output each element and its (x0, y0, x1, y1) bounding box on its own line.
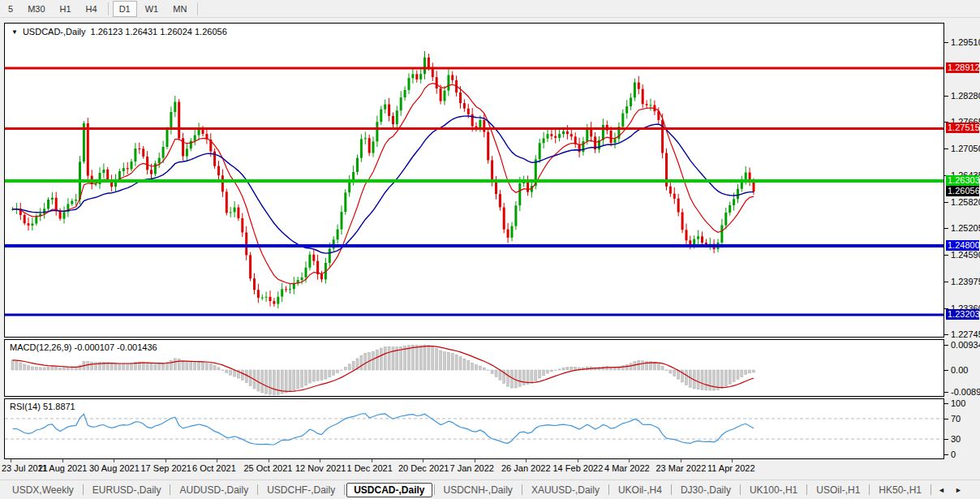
timeframe-button-w1[interactable]: W1 (139, 1, 165, 17)
tab-usdcnh-daily[interactable]: USDCNH-,Daily (436, 483, 520, 497)
chart-symbol-label: USDCAD-,Daily (23, 27, 86, 37)
date-tick-mark (732, 459, 733, 462)
timeframe-button-mn[interactable]: MN (166, 1, 193, 17)
tab-uk100-h1[interactable]: UK100-,H1 (742, 483, 805, 497)
tab-separator (83, 484, 84, 495)
chart-ohlc-values: 1.26123 1.26431 1.26024 1.26056 (91, 27, 227, 37)
main-chart-panel[interactable]: ▼ USDCAD-,Daily 1.26123 1.26431 1.26024 … (4, 23, 944, 338)
date-tick-mark (217, 459, 217, 462)
price-level-badge: 1.23203 (946, 309, 979, 320)
tab-usdx-weekly[interactable]: USDX,Weekly (5, 483, 81, 497)
tab-eurusd-daily[interactable]: EURUSD-,Daily (85, 483, 169, 497)
date-tick-label: 11 Apr 2022 (707, 463, 755, 473)
rsi-panel[interactable]: RSI(14) 51.8871 (4, 398, 944, 459)
tab-usdcad-daily[interactable]: USDCAD-,Daily (346, 483, 432, 497)
axis-tick-mark (944, 454, 948, 455)
toolbar-separator (197, 2, 198, 15)
axis-tick-label: 0.009345 (951, 340, 980, 350)
date-tick-mark (320, 459, 320, 462)
date-tick-label: 1 Dec 2021 (347, 463, 393, 473)
tab-separator (931, 484, 931, 495)
axis-tick-mark (944, 403, 948, 404)
axis-tick-label: 0.00 (951, 365, 968, 375)
macd-label: MACD(12,26,9) -0.000107 -0.001436 (10, 342, 157, 352)
axis-tick-label: 1.22745 (951, 329, 980, 339)
axis-tick-mark (944, 345, 948, 346)
tab-audusd-daily[interactable]: AUDUSD-,Daily (172, 483, 256, 497)
axis-tick-label: 1.27050 (951, 144, 980, 153)
price-level-badge: 1.26056 (946, 186, 979, 196)
axis-tick-mark (944, 96, 948, 97)
date-tick-mark (423, 459, 423, 462)
toolbar-separator (108, 2, 109, 15)
date-tick-label: 30 Aug 2021 (89, 463, 140, 473)
axis-tick-mark (944, 334, 948, 335)
timeframe-toolbar: 5M30H1H4D1W1MN (0, 0, 980, 18)
axis-tick-mark (944, 202, 948, 203)
date-tick-label: 25 Oct 2021 (244, 463, 293, 473)
timeframe-button-h1[interactable]: H1 (54, 1, 78, 17)
axis-tick-label: 70 (951, 414, 961, 424)
tab-separator (257, 484, 258, 495)
tab-hk50-h1[interactable]: HK50-,H1 (871, 483, 929, 497)
rsi-label: RSI(14) 51.8871 (10, 402, 75, 411)
tab-ukoil-h4[interactable]: UKOil-,H4 (611, 483, 669, 497)
tab-separator (434, 484, 435, 495)
chevron-down-icon[interactable]: ▼ (11, 28, 18, 36)
rsi-chart[interactable] (5, 399, 943, 458)
tab-xauusd-daily[interactable]: XAUUSD-,Daily (524, 483, 607, 497)
date-tick-mark (526, 459, 527, 462)
axis-tick-label: 1.24590 (951, 250, 980, 260)
tab-usoil-h1[interactable]: USOil-,H1 (809, 483, 867, 497)
timeframe-button-5[interactable]: 5 (2, 1, 19, 17)
tab-separator (344, 484, 345, 495)
timeframe-button-d1[interactable]: D1 (113, 1, 137, 17)
date-tick-label: 23 Mar 2022 (656, 463, 707, 473)
chart-tab-bar: USDX,WeeklyEURUSD-,DailyAUDUSD-,DailyUSD… (0, 480, 980, 499)
axis-tick-mark (944, 228, 948, 229)
date-tick-mark (629, 459, 630, 462)
timeframe-button-h4[interactable]: H4 (80, 1, 104, 17)
axis-tick-mark (944, 392, 948, 393)
axis-tick-label: 100 (951, 398, 965, 408)
axis-tick-label: 1.29510 (951, 37, 980, 47)
axis-tick-label: 1.23975 (951, 277, 980, 286)
tab-usdchf-daily[interactable]: USDCHF-,Daily (260, 483, 342, 497)
chart-title: ▼ USDCAD-,Daily 1.26123 1.26431 1.26024 … (11, 27, 227, 37)
axis-tick-mark (944, 255, 948, 256)
tab-scroll-left-icon[interactable]: ◄ (933, 484, 950, 496)
price-level-badge: 1.28912 (946, 62, 979, 73)
price-axis: 1.295101.282801.276651.270501.264351.258… (944, 23, 980, 459)
date-tick-label: 4 Mar 2022 (604, 463, 650, 473)
date-tick-label: 20 Dec 2021 (398, 463, 449, 473)
date-tick-mark (681, 459, 681, 462)
axis-tick-label: -0.008902 (951, 387, 980, 397)
timeframe-button-m30[interactable]: M30 (21, 1, 51, 17)
date-tick-label: 26 Jan 2022 (501, 463, 551, 473)
axis-tick-mark (944, 370, 948, 371)
axis-tick-mark (944, 42, 948, 43)
date-tick-label: 7 Jan 2022 (450, 463, 494, 473)
price-level-badge: 1.24800 (946, 240, 979, 251)
axis-tick-mark (944, 148, 948, 149)
tab-scroll-right-icon[interactable]: ► (950, 484, 967, 496)
date-tick-mark (11, 459, 11, 462)
axis-tick-label: 1.25820 (951, 197, 980, 207)
date-tick-mark (372, 459, 372, 462)
date-tick-mark (475, 459, 475, 462)
date-tick-mark (62, 459, 63, 462)
date-tick-label: 11 Aug 2021 (38, 463, 88, 473)
macd-panel[interactable]: MACD(12,26,9) -0.000107 -0.001436 (4, 339, 944, 397)
axis-tick-label: 1.28280 (951, 91, 980, 101)
axis-tick-label: 30 (951, 434, 961, 444)
axis-tick-label: 0 (951, 450, 956, 459)
date-tick-label: 14 Feb 2022 (553, 463, 604, 473)
candlestick-chart[interactable] (5, 24, 943, 337)
tab-separator (608, 484, 609, 495)
tab-separator (522, 484, 522, 495)
date-tick-label: 6 Oct 2021 (192, 463, 236, 473)
date-axis: 23 Jul 202111 Aug 202130 Aug 202117 Sep … (0, 459, 980, 479)
date-tick-mark (578, 459, 578, 462)
tab-dj30-daily[interactable]: DJ30-,Daily (673, 483, 738, 497)
date-tick-mark (165, 459, 166, 462)
